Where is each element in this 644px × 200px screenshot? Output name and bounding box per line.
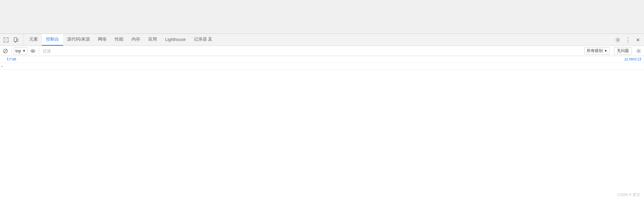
devtools-tab-bar: 元素 控制台 源代码/来源 网络 性能 内存 应用 Lighthouse [0, 34, 644, 46]
eye-button[interactable] [29, 47, 37, 55]
more-options-button[interactable]: ⋮ [623, 35, 633, 45]
devtools-tab-bar-left [1, 34, 24, 46]
tab-elements[interactable]: 元素 [25, 34, 42, 46]
svg-line-14 [4, 49, 7, 52]
clear-console-button[interactable] [1, 47, 9, 55]
svg-rect-5 [4, 42, 6, 42]
console-settings-button[interactable] [635, 47, 643, 55]
console-settings-icon [636, 48, 641, 54]
settings-icon [615, 37, 621, 43]
console-row-value: true [5, 56, 623, 62]
tab-memory[interactable]: 内存 [127, 34, 144, 46]
svg-point-15 [31, 50, 35, 52]
no-issues-button[interactable]: 无问题 [614, 47, 632, 55]
settings-button[interactable] [613, 35, 623, 45]
close-devtools-button[interactable]: ✕ [633, 35, 643, 45]
svg-point-16 [32, 50, 34, 52]
toolbar-divider-2 [39, 48, 39, 54]
filter-input[interactable] [41, 47, 583, 55]
console-row-expander: › [0, 63, 644, 70]
tab-console[interactable]: 控制台 [42, 34, 63, 46]
console-row-source[interactable]: zz.html:13 [623, 56, 644, 62]
browser-content-area [0, 0, 644, 34]
svg-point-17 [638, 50, 640, 52]
console-content: true zz.html:13 › [0, 56, 644, 70]
tab-application[interactable]: 应用 [144, 34, 161, 46]
inspect-element-button[interactable] [1, 35, 11, 45]
svg-rect-1 [4, 38, 4, 40]
device-icon [13, 37, 19, 43]
tab-recorder[interactable]: 记录器 及 [190, 34, 216, 46]
svg-rect-10 [15, 42, 16, 42]
tab-sources[interactable]: 源代码/来源 [63, 34, 94, 46]
svg-rect-3 [8, 38, 8, 40]
tab-lighthouse[interactable]: Lighthouse [161, 34, 190, 46]
svg-point-12 [617, 39, 619, 41]
expander-indicator[interactable]: › [0, 63, 5, 68]
expander-content [5, 63, 640, 65]
chevron-right-icon[interactable]: › [1, 64, 2, 68]
row-indicator [0, 56, 5, 57]
expander-source [640, 63, 644, 65]
tab-network[interactable]: 网络 [94, 34, 111, 46]
inspect-icon [3, 37, 9, 43]
svg-rect-9 [14, 38, 17, 42]
more-icon: ⋮ [625, 37, 631, 43]
devtools-tabs-list: 元素 控制台 源代码/来源 网络 性能 内存 应用 Lighthouse [25, 34, 613, 46]
level-selector[interactable]: 所有级别 ▼ [584, 47, 610, 55]
eye-icon [31, 49, 35, 53]
console-toolbar: top ▼ 所有级别 ▼ 无问题 [0, 46, 644, 56]
watermark: CSDN ® 星空 [618, 192, 640, 197]
context-selector[interactable]: top ▼ [14, 47, 28, 55]
tab-bar-right-actions: ⋮ ✕ [613, 35, 643, 45]
svg-rect-7 [8, 40, 8, 42]
device-toolbar-button[interactable] [11, 35, 21, 45]
close-icon: ✕ [636, 37, 640, 43]
clear-icon [3, 49, 8, 53]
tab-performance[interactable]: 性能 [111, 34, 127, 46]
console-row-true: true zz.html:13 [0, 56, 644, 63]
svg-rect-8 [6, 40, 6, 40]
devtools-panel: 元素 控制台 源代码/来源 网络 性能 内存 应用 Lighthouse [0, 34, 644, 70]
toolbar-divider-1 [11, 48, 12, 54]
